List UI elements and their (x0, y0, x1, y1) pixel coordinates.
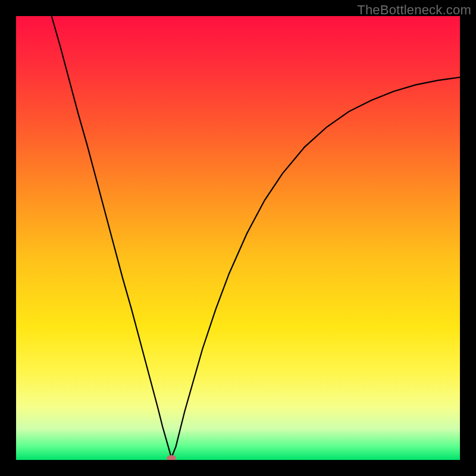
chart-container: TheBottleneck.com (0, 0, 476, 476)
plot-svg (16, 16, 460, 460)
plot-area (16, 16, 460, 460)
watermark-text: TheBottleneck.com (357, 2, 471, 18)
gradient-background (16, 16, 460, 460)
